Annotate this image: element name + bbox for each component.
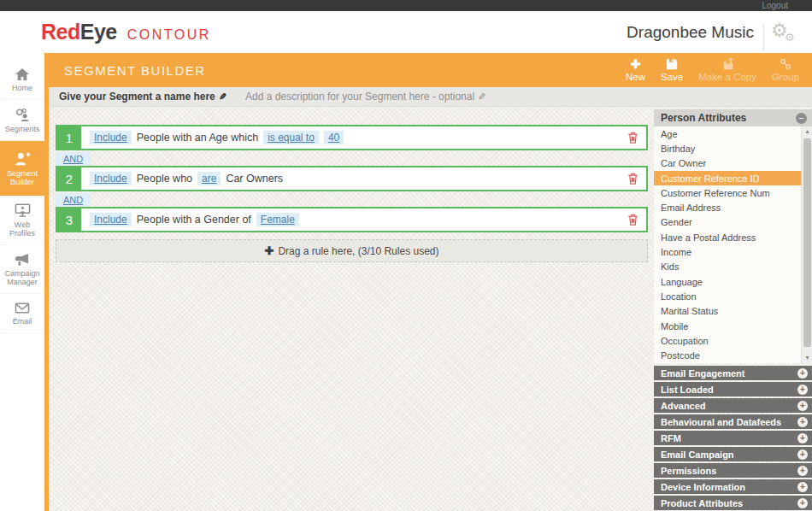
section-header[interactable]: Product Attributes+ xyxy=(654,496,812,510)
trash-icon xyxy=(627,173,638,185)
save-button[interactable]: Save xyxy=(653,56,691,84)
attribute-item[interactable]: Birthday xyxy=(654,141,801,156)
expand-icon[interactable]: + xyxy=(797,466,808,476)
rules-container: 1IncludePeople with an Age whichis equal… xyxy=(56,125,648,232)
section-title: Email Engagement xyxy=(661,368,797,379)
rule-token-text: People with a Gender of xyxy=(137,214,251,226)
gear-icon: ⚙ xyxy=(785,32,795,43)
rule-token-link[interactable]: 40 xyxy=(324,131,344,144)
rule-drop-zone[interactable]: ✚ Drag a rule here, (3/10 Rules used) xyxy=(56,239,648,262)
connector-and[interactable]: AND xyxy=(56,152,91,166)
brand-logo-eye: Eye xyxy=(80,20,117,44)
email-icon xyxy=(15,302,30,314)
attribute-item[interactable]: Income xyxy=(654,244,801,259)
person-attributes-list-wrap: AgeBirthdayCar OwnerCustomer Reference I… xyxy=(654,126,812,363)
section-header[interactable]: Advanced+ xyxy=(654,398,812,413)
attribute-item[interactable]: Language xyxy=(654,274,801,289)
expand-icon[interactable]: + xyxy=(797,433,808,443)
trash-icon xyxy=(627,132,638,144)
attribute-item[interactable]: Occupation xyxy=(654,333,801,348)
edit-pencil-icon: ✎ xyxy=(478,91,485,103)
expand-icon[interactable]: + xyxy=(797,368,808,379)
section-header[interactable]: Email Engagement+ xyxy=(654,366,812,380)
delete-rule-button[interactable] xyxy=(619,126,646,149)
campaign-manager-icon xyxy=(15,253,30,267)
app-header: RedEye CONTOUR Dragonbee Music ⚙ ⚙ xyxy=(0,11,812,53)
section-header[interactable]: Device Information+ xyxy=(654,479,812,494)
rule-token-link[interactable]: Female xyxy=(256,213,299,226)
rule-token-text: Car Owners xyxy=(226,173,283,185)
make-a-copy-button[interactable]: Make a Copy xyxy=(691,56,764,84)
attribute-item[interactable]: Age xyxy=(654,126,801,141)
segment-name-field[interactable]: Give your Segment a name here✎ xyxy=(59,91,227,103)
header-divider xyxy=(763,25,764,50)
section-header[interactable]: RFM+ xyxy=(654,431,812,445)
rule-token-link[interactable]: are xyxy=(197,172,221,185)
edit-pencil-icon: ✎ xyxy=(219,91,227,103)
section-header[interactable]: List Loaded+ xyxy=(654,382,812,396)
connector-and[interactable]: AND xyxy=(56,193,91,207)
home-icon xyxy=(15,68,30,81)
brand-product-name: CONTOUR xyxy=(127,27,211,43)
section-header[interactable]: Permissions+ xyxy=(654,463,812,478)
delete-rule-button[interactable] xyxy=(619,209,646,231)
attribute-item[interactable]: Location xyxy=(654,289,801,303)
logout-link[interactable]: Logout xyxy=(762,0,788,11)
person-attributes-list: AgeBirthdayCar OwnerCustomer Reference I… xyxy=(654,126,801,363)
expand-icon[interactable]: + xyxy=(797,498,808,508)
attribute-item[interactable]: Email Address xyxy=(654,200,801,214)
sidebar-item-email[interactable]: Email xyxy=(0,294,44,333)
settings-gears-icon[interactable]: ⚙ ⚙ xyxy=(768,21,803,50)
scrollbar-thumb[interactable] xyxy=(803,138,811,347)
attribute-item[interactable]: Postcode xyxy=(654,348,801,362)
section-header[interactable]: Email Campaign+ xyxy=(654,447,812,461)
sidebar-item-label: Email xyxy=(2,317,43,326)
expand-icon[interactable]: + xyxy=(797,449,808,460)
group-link-icon xyxy=(772,58,799,71)
rule-token-link[interactable]: Include xyxy=(90,172,132,185)
attribute-item[interactable]: Kids xyxy=(654,260,801,274)
attribute-item[interactable]: Marital Status xyxy=(654,304,801,319)
attribute-item[interactable]: Have a Postal Address xyxy=(654,230,801,244)
group-button[interactable]: Group xyxy=(764,56,807,84)
section-title: Device Information xyxy=(661,482,797,492)
rule-token-link[interactable]: Include xyxy=(90,131,132,144)
rule-token-link[interactable]: Include xyxy=(90,213,132,226)
delete-rule-button[interactable] xyxy=(619,167,646,190)
section-title: Person Attributes xyxy=(661,112,796,124)
collapsed-sections: Email Engagement+List Loaded+Advanced+Be… xyxy=(654,366,812,510)
segment-description-field[interactable]: Add a description for your Segment here … xyxy=(245,91,485,103)
section-title: List Loaded xyxy=(661,385,797,395)
attribute-item[interactable]: Mobile xyxy=(654,319,801,333)
section-title: Advanced xyxy=(661,401,797,411)
page-title: SEGMENT BUILDER xyxy=(64,63,206,78)
expand-icon[interactable]: + xyxy=(797,417,808,427)
attribute-item[interactable]: Gender xyxy=(654,215,801,230)
attribute-item[interactable]: Car Owner xyxy=(654,156,801,171)
collapse-icon[interactable]: − xyxy=(796,113,807,124)
segment-meta-bar: Give your Segment a name here✎ Add a des… xyxy=(49,87,812,107)
expand-icon[interactable]: + xyxy=(797,482,808,492)
sidebar-item-label: Home xyxy=(2,84,43,92)
sidebar-item-label: Segment Builder xyxy=(2,169,43,186)
sidebar-item-segment-builder[interactable]: Segment Builder xyxy=(0,141,44,196)
person-attributes-header[interactable]: Person Attributes − xyxy=(654,109,812,126)
sidebar-item-home[interactable]: Home xyxy=(0,60,44,100)
scroll-up-icon[interactable]: ▲ xyxy=(802,126,812,137)
rule-row: 2IncludePeople whoareCar Owners xyxy=(56,166,648,191)
attributes-panel: Person Attributes − AgeBirthdayCar Owner… xyxy=(654,109,812,511)
attribute-item[interactable]: Customer Reference Num xyxy=(654,185,801,200)
section-header[interactable]: Behavioural and Datafeeds+ xyxy=(654,414,812,429)
segment-builder-icon xyxy=(15,151,31,167)
scrollbar[interactable]: ▲ ▼ xyxy=(801,126,812,363)
expand-icon[interactable]: + xyxy=(797,385,808,395)
scroll-down-icon[interactable]: ▼ xyxy=(802,353,812,363)
sidebar-item-web-profiles[interactable]: Web Profiles xyxy=(0,196,44,245)
new-button[interactable]: ✚ New xyxy=(618,56,653,84)
sidebar-item-campaign-manager[interactable]: Campaign Manager xyxy=(0,245,44,294)
sidebar-item-segments[interactable]: Segments xyxy=(0,100,44,141)
rule-token-link[interactable]: is equal to xyxy=(263,131,319,144)
sidebar-item-label: Web Profiles xyxy=(2,220,43,238)
expand-icon[interactable]: + xyxy=(797,401,808,411)
attribute-item[interactable]: Customer Reference ID xyxy=(654,171,801,185)
